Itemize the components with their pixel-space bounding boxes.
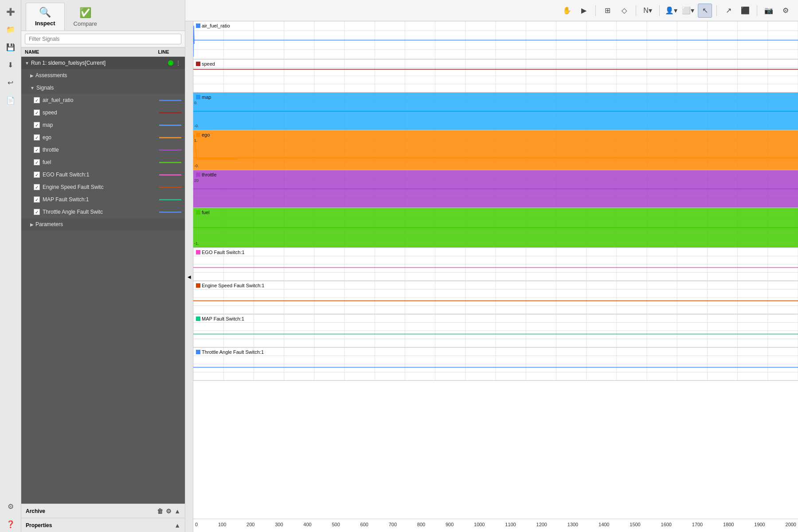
settings-sidebar-button[interactable]: ⚙: [3, 498, 19, 514]
cursor-dropdown-button[interactable]: Ν▾: [641, 4, 655, 18]
assessments-expand-icon: ▶: [30, 73, 34, 78]
chart-label-air_fuel_ratio: air_fuel_ratio: [196, 23, 230, 28]
signals-section-row[interactable]: ▼ Signals: [21, 82, 185, 94]
x-label-10: 1000: [474, 522, 485, 527]
assessments-row[interactable]: ▶ Assessments: [21, 69, 185, 82]
pan-button[interactable]: ✋: [560, 4, 574, 18]
undo-button[interactable]: ↩: [3, 74, 19, 90]
chart-label-map_fault: MAP Fault Switch:1: [196, 316, 244, 321]
tab-inspect[interactable]: 🔍 Inspect: [26, 3, 65, 31]
data-tips-button[interactable]: ◇: [617, 4, 631, 18]
download-button[interactable]: ⬇: [3, 57, 19, 73]
main-chart-area: ✋ ▶ ⊞ ◇ Ν▾ 👤▾ ⬜▾ ↖ ↗ ⬛ 📷 ⚙ ◀ air_fuel_ra…: [185, 0, 798, 532]
x-label-16: 1600: [661, 522, 672, 527]
properties-label: Properties: [26, 522, 52, 528]
signal-row-map[interactable]: ✓ map: [21, 119, 185, 131]
chart-label-text-fuel: fuel: [202, 210, 210, 215]
run-expand-icon: ▼: [25, 61, 29, 66]
col-line-header: LINE: [146, 49, 181, 55]
properties-expand-icon[interactable]: ▲: [174, 522, 180, 529]
document-button[interactable]: 📄: [3, 92, 19, 108]
expand-button[interactable]: ↗: [721, 4, 735, 18]
x-label-13: 1300: [567, 522, 578, 527]
properties-icons: ▲: [174, 522, 180, 529]
signal-line-air-fuel: [159, 100, 181, 101]
filter-bar: [21, 31, 185, 47]
signal-line-ego: [159, 137, 181, 138]
chart-row-air_fuel_ratio: air_fuel_ratio: [193, 21, 798, 59]
save-button[interactable]: 💾: [3, 39, 19, 55]
parameters-row[interactable]: ▶ Parameters: [21, 218, 185, 231]
signal-row-speed[interactable]: ✓ speed: [21, 106, 185, 119]
properties-panel: Properties ▲: [21, 518, 185, 532]
signal-check-throttle[interactable]: ✓: [34, 147, 40, 153]
folder-button[interactable]: 📁: [3, 21, 19, 37]
signal-row-air-fuel[interactable]: ✓ air_fuel_ratio: [21, 94, 185, 106]
signal-name-ego-fault: EGO Fault Switch:1: [43, 172, 159, 178]
tab-inspect-label: Inspect: [35, 20, 55, 27]
chart-dot-air_fuel_ratio: [196, 23, 200, 28]
chart-ytop-ego: 1.: [194, 138, 198, 143]
chart-row-ego_fault: EGO Fault Switch:1: [193, 248, 798, 281]
chart-dot-throttle: [196, 172, 200, 177]
toolbar-sep-2: [636, 5, 636, 16]
chart-row-fuel: fuel-1.: [193, 208, 798, 248]
cursor-select-button[interactable]: 👤▾: [664, 4, 678, 18]
play-button[interactable]: ▶: [577, 4, 591, 18]
toolbar-sep-5: [757, 5, 757, 16]
signal-row-throttle[interactable]: ✓ throttle: [21, 144, 185, 156]
signal-name-map: map: [43, 122, 159, 128]
signal-check-fuel[interactable]: ✓: [34, 159, 40, 165]
chart-dot-throttle_fault: [196, 350, 200, 354]
signal-row-throttle-fault[interactable]: ✓ Throttle Angle Fault Switc: [21, 206, 185, 218]
zoom-rect-button[interactable]: ⬜▾: [681, 4, 695, 18]
signal-row-engine-fault[interactable]: ✓ Engine Speed Fault Switc: [21, 181, 185, 193]
archive-expand-icon[interactable]: ▲: [174, 508, 180, 515]
chart-container: air_fuel_ratiospeedmap0.-0.ego1.-0.throt…: [193, 21, 798, 519]
archive-settings-icon[interactable]: ⚙: [166, 508, 172, 515]
filter-input[interactable]: [25, 34, 181, 44]
x-label-19: 1900: [754, 522, 765, 527]
add-button[interactable]: ➕: [3, 4, 19, 20]
x-label-5: 500: [332, 522, 340, 527]
tab-compare[interactable]: ✅ Compare: [65, 4, 106, 31]
signal-row-fuel[interactable]: ✓ fuel: [21, 156, 185, 168]
assessments-label: Assessments: [35, 72, 67, 78]
x-label-17: 1700: [692, 522, 703, 527]
collapse-tab[interactable]: ◀: [185, 21, 193, 532]
run-status-dot: [168, 60, 173, 66]
charts-and-axis: air_fuel_ratiospeedmap0.-0.ego1.-0.throt…: [193, 21, 798, 532]
chart-label-text-map_fault: MAP Fault Switch:1: [202, 316, 244, 321]
chart-label-throttle_fault: Throttle Angle Fault Switch:1: [196, 349, 264, 355]
signal-check-throttle-fault[interactable]: ✓: [34, 209, 40, 215]
select-button[interactable]: ↖: [698, 4, 712, 18]
chart-ybot-map: -0.: [194, 124, 199, 128]
signal-check-engine-fault[interactable]: ✓: [34, 184, 40, 190]
camera-button[interactable]: 📷: [762, 4, 776, 18]
chart-label-speed: speed: [196, 61, 215, 66]
help-button[interactable]: ❓: [3, 516, 19, 532]
chart-row-throttle: throttle20: [193, 170, 798, 208]
archive-panel: Archive 🗑 ⚙ ▲: [21, 504, 185, 518]
inspect-icon: 🔍: [39, 7, 51, 18]
x-label-9: 900: [446, 522, 454, 527]
chart-settings-button[interactable]: ⚙: [778, 4, 793, 18]
chart-row-engine_fault: Engine Speed Fault Switch:1: [193, 281, 798, 314]
archive-trash-icon[interactable]: 🗑: [157, 508, 163, 515]
signal-check-map-fault[interactable]: ✓: [34, 196, 40, 203]
signal-check-speed[interactable]: ✓: [34, 110, 40, 116]
x-label-20: 2000: [786, 522, 796, 527]
signal-check-air-fuel[interactable]: ✓: [34, 97, 40, 103]
signal-row-ego[interactable]: ✓ ego: [21, 131, 185, 144]
x-axis: 0100200300400500600700800900100011001200…: [193, 519, 798, 532]
layout-button[interactable]: ⊞: [600, 4, 614, 18]
run-row[interactable]: ▼ Run 1: sldemo_fuelsys[Current] ⋮: [21, 57, 185, 69]
run-menu-icon[interactable]: ⋮: [175, 59, 181, 66]
chart-dot-map: [196, 95, 200, 99]
signal-row-ego-fault[interactable]: ✓ EGO Fault Switch:1: [21, 168, 185, 181]
signal-check-ego[interactable]: ✓: [34, 134, 40, 141]
signal-row-map-fault[interactable]: ✓ MAP Fault Switch:1: [21, 193, 185, 206]
signal-check-map[interactable]: ✓: [34, 122, 40, 128]
signal-check-ego-fault[interactable]: ✓: [34, 172, 40, 178]
full-screen-button[interactable]: ⬛: [738, 4, 752, 18]
